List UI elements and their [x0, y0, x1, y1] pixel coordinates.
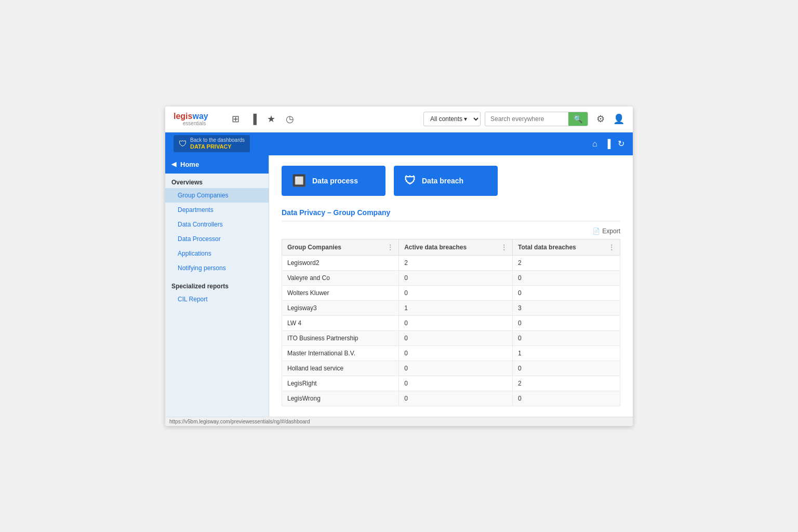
company-cell[interactable]: Wolters Kluwer: [282, 285, 399, 300]
data-breach-icon: 🛡: [404, 174, 416, 188]
sidebar-item-departments[interactable]: Departments: [165, 203, 269, 217]
col-menu-icon-2[interactable]: ⋮: [608, 244, 615, 251]
sidebar-home-item[interactable]: ◀ Home: [165, 155, 269, 174]
data-table: Group Companies ⋮ Active data breaches ⋮…: [282, 239, 620, 406]
star-icon[interactable]: ★: [267, 113, 275, 125]
specialized-reports-section-label: Specialized reports: [165, 275, 269, 292]
active-breaches-cell: 2: [399, 255, 513, 270]
active-breaches-cell: 0: [399, 330, 513, 345]
table-row: Holland lead service 0 0: [282, 361, 620, 376]
search-input-wrap: 🔍: [485, 112, 588, 126]
bar-chart-icon[interactable]: ▐: [250, 114, 257, 125]
data-breach-card[interactable]: 🛡 Data breach: [394, 166, 498, 196]
col-group-companies: Group Companies ⋮: [282, 239, 399, 255]
sidebar-item-data-controllers[interactable]: Data Controllers: [165, 217, 269, 232]
logo-legis: legis: [174, 112, 192, 121]
col-menu-icon-1[interactable]: ⋮: [501, 244, 507, 251]
refresh-icon[interactable]: ↻: [618, 139, 624, 149]
table-row: LW 4 0 0: [282, 315, 620, 330]
total-breaches-cell: 0: [512, 285, 620, 300]
company-cell[interactable]: Holland lead service: [282, 361, 399, 376]
table-row: Valeyre and Co 0 0: [282, 270, 620, 285]
overviews-section-label: Overviews: [165, 174, 269, 188]
grid-icon[interactable]: ⊞: [232, 113, 240, 125]
active-breaches-cell: 0: [399, 361, 513, 376]
main-content: 🔲 Data process 🛡 Data breach Data Privac…: [269, 155, 633, 417]
total-breaches-cell: 2: [512, 376, 620, 391]
table-body: Legisword2 2 2 Valeyre and Co 0 0 Wolter…: [282, 255, 620, 406]
blue-bar: 🛡 Back to the dashboards DATA PRIVACY ⌂ …: [165, 132, 633, 155]
settings-icon[interactable]: ⚙: [596, 113, 605, 125]
clock-icon[interactable]: ◷: [286, 113, 294, 125]
data-process-icon: 🔲: [292, 174, 306, 188]
total-breaches-cell: 1: [512, 345, 620, 361]
table-header-row: Group Companies ⋮ Active data breaches ⋮…: [282, 239, 620, 255]
total-breaches-cell: 0: [512, 270, 620, 285]
active-breaches-cell: 0: [399, 376, 513, 391]
home-label: Home: [180, 161, 199, 168]
total-breaches-cell: 0: [512, 391, 620, 406]
active-breaches-cell: 1: [399, 300, 513, 315]
table-row: LegisRight 0 2: [282, 376, 620, 391]
sidebar-item-data-processor[interactable]: Data Processor: [165, 232, 269, 246]
table-row: Master International B.V. 0 1: [282, 345, 620, 361]
status-url: https://v5bm.legisway.com/previewessenti…: [169, 419, 310, 424]
sidebar-item-cil-report[interactable]: CIL Report: [165, 292, 269, 307]
logo: legisway essentials: [174, 112, 215, 127]
content-select[interactable]: All contents ▾: [423, 112, 481, 126]
data-process-card[interactable]: 🔲 Data process: [282, 166, 385, 196]
home-icon[interactable]: ⌂: [592, 139, 597, 149]
browser-window: legisway essentials ⊞ ▐ ★ ◷ All contents…: [165, 107, 633, 426]
col-active-breaches: Active data breaches ⋮: [399, 239, 513, 255]
data-process-label: Data process: [312, 177, 358, 185]
total-breaches-cell: 0: [512, 315, 620, 330]
search-input[interactable]: [485, 113, 568, 125]
back-label-bottom: DATA PRIVACY: [190, 143, 245, 150]
action-cards: 🔲 Data process 🛡 Data breach: [282, 166, 620, 196]
col-menu-icon-0[interactable]: ⋮: [387, 244, 393, 251]
section-title: Data Privacy – Group Company: [282, 208, 620, 221]
stats-icon[interactable]: ▐: [605, 139, 610, 149]
total-breaches-cell: 2: [512, 255, 620, 270]
table-row: Legisword2 2 2: [282, 255, 620, 270]
active-breaches-cell: 0: [399, 315, 513, 330]
export-row: 📄 Export: [282, 228, 620, 235]
status-bar: https://v5bm.legisway.com/previewessenti…: [165, 417, 633, 426]
company-cell[interactable]: Master International B.V.: [282, 345, 399, 361]
logo-essentials: essentials: [174, 121, 215, 126]
active-breaches-cell: 0: [399, 270, 513, 285]
table-row: LegisWrong 0 0: [282, 391, 620, 406]
company-cell[interactable]: Legisway3: [282, 300, 399, 315]
active-breaches-cell: 0: [399, 345, 513, 361]
total-breaches-cell: 0: [512, 330, 620, 345]
total-breaches-cell: 3: [512, 300, 620, 315]
back-to-dashboards-button[interactable]: 🛡 Back to the dashboards DATA PRIVACY: [174, 135, 250, 152]
company-cell[interactable]: LW 4: [282, 315, 399, 330]
company-cell[interactable]: Valeyre and Co: [282, 270, 399, 285]
search-button[interactable]: 🔍: [568, 112, 588, 126]
sidebar-item-notifying-persons[interactable]: Notifying persons: [165, 261, 269, 275]
total-breaches-cell: 0: [512, 361, 620, 376]
sidebar-item-group-companies[interactable]: Group Companies: [165, 188, 269, 203]
search-area: All contents ▾ 🔍 ⚙ 👤: [423, 112, 624, 126]
col-total-breaches: Total data breaches ⋮: [512, 239, 620, 255]
back-label-top: Back to the dashboards: [190, 137, 245, 143]
company-cell[interactable]: Legisword2: [282, 255, 399, 270]
data-breach-label: Data breach: [422, 177, 463, 185]
active-breaches-cell: 0: [399, 285, 513, 300]
active-breaches-cell: 0: [399, 391, 513, 406]
nav-icons: ⊞ ▐ ★ ◷: [232, 113, 415, 125]
user-icon[interactable]: 👤: [613, 113, 624, 125]
logo-way: way: [192, 112, 208, 121]
sidebar-item-applications[interactable]: Applications: [165, 246, 269, 261]
company-cell[interactable]: LegisRight: [282, 376, 399, 391]
company-cell[interactable]: ITO Business Partnership: [282, 330, 399, 345]
table-row: Legisway3 1 3: [282, 300, 620, 315]
top-nav: legisway essentials ⊞ ▐ ★ ◷ All contents…: [165, 107, 633, 132]
company-cell[interactable]: LegisWrong: [282, 391, 399, 406]
main-area: ◀ Home Overviews Group Companies Departm…: [165, 155, 633, 417]
export-icon: 📄: [592, 228, 600, 235]
export-label: Export: [602, 228, 620, 235]
export-button[interactable]: 📄 Export: [592, 228, 620, 235]
table-row: Wolters Kluwer 0 0: [282, 285, 620, 300]
